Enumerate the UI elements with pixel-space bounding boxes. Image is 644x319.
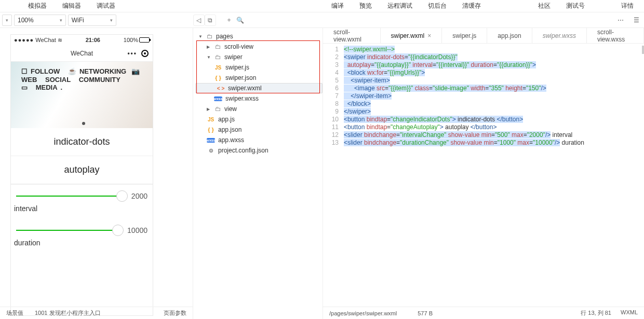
wxss-icon: wxss — [214, 96, 222, 101]
tree-folder-view[interactable]: ▶🗀view — [193, 104, 323, 114]
scene-label[interactable]: 场景值 — [6, 309, 23, 317]
wxss-icon: wxss — [207, 138, 215, 143]
folder-icon: 🗀 — [207, 33, 213, 40]
tab-app-json[interactable]: app.json — [487, 28, 532, 43]
search-icon[interactable]: 🔍 — [235, 15, 246, 26]
slider-knob[interactable] — [112, 225, 124, 236]
mute-icon[interactable]: ◁ — [193, 15, 205, 26]
folder-icon: 🗀 — [215, 53, 221, 61]
js-icon: JS — [207, 117, 215, 122]
file-path: /pages/swiper/swiper.wxml — [329, 310, 397, 316]
tab-swiper-wxml[interactable]: swiper.wxml× — [381, 28, 442, 43]
carrier-label: WeChat — [35, 37, 56, 43]
file-size: 577 B — [418, 310, 433, 316]
slider-knob[interactable] — [116, 190, 128, 202]
tree-file-app-wxss[interactable]: wxssapp.wxss — [193, 135, 323, 145]
phone-frame: ●●●●● WeChat ≋ 21:06 100% WeChat ••• ☐FO… — [10, 34, 153, 316]
tab-swiper-wxss[interactable]: swiper.wxss — [532, 28, 587, 43]
cursor-pos: 行 13, 列 81 — [581, 309, 611, 317]
caret-right-icon: ▶ — [207, 45, 212, 49]
line-gutter: 12345678910111213 — [323, 46, 344, 307]
tree-file-swiper-wxml[interactable]: < >swiper.wxml — [195, 83, 323, 93]
code-editor[interactable]: 12345678910111213 <!--swiper.wxml--> <sw… — [323, 44, 644, 307]
battery-pct: 100% — [124, 37, 138, 43]
scrollbar-hint — [642, 46, 644, 54]
interval-slider[interactable]: 2000 — [11, 185, 153, 201]
battery-icon — [139, 37, 150, 43]
menu-editor[interactable]: 编辑器 — [60, 0, 83, 12]
duration-label: duration — [11, 235, 153, 253]
page-title: WeChat — [71, 50, 93, 57]
tree-folder-swiper[interactable]: ▼🗀swiper — [193, 52, 323, 62]
folder-icon: 🗀 — [215, 105, 221, 113]
tab-swiper-js[interactable]: swiper.js — [442, 28, 487, 43]
top-menu: 模拟器 编辑器 调试器 编译 预览 远程调试 切后台 清缓存 社区 测试号 详情 — [0, 0, 644, 12]
menu-preview[interactable]: 预览 — [357, 0, 374, 12]
more-icon[interactable]: ⋯ — [615, 15, 626, 26]
capsule-menu-icon[interactable]: ••• — [127, 50, 137, 57]
scene-value: 1001 发现栏小程序主入口 — [35, 309, 101, 317]
menu-test-id[interactable]: 测试号 — [564, 0, 587, 12]
new-tab-icon[interactable]: ＋ — [223, 15, 235, 26]
indicator-dots-button[interactable]: indicator-dots — [11, 128, 153, 156]
zoom-select[interactable]: 100%▾ — [14, 15, 66, 26]
tab-scroll-view-wxml[interactable]: scroll-view.wxml — [323, 28, 381, 43]
folder-icon: 🗀 — [215, 43, 221, 50]
menu-clear-cache[interactable]: 清缓存 — [460, 0, 483, 12]
capsule-close-icon[interactable] — [141, 50, 149, 57]
tree-file-swiper-json[interactable]: { }swiper.json — [193, 73, 323, 83]
file-lang: WXML — [621, 309, 638, 317]
chevron-down-icon: ▾ — [60, 18, 62, 23]
editor-statusbar: /pages/swiper/swiper.wxml 577 B 行 13, 列 … — [323, 307, 644, 319]
menu-background[interactable]: 切后台 — [426, 0, 449, 12]
json-icon: { } — [214, 75, 222, 81]
zoom-value: 100% — [18, 17, 34, 24]
menu-compile[interactable]: 编译 — [329, 0, 346, 12]
status-bar: ●●●●● WeChat ≋ 21:06 100% — [11, 35, 153, 45]
chevron-down-icon: ▾ — [6, 18, 8, 23]
menu-simulator[interactable]: 模拟器 — [26, 0, 49, 12]
wxml-icon: < > — [217, 86, 225, 91]
indicator-dot — [82, 122, 85, 125]
swiper-image[interactable]: ☐FOLLOW ☕NETWORKING 📷 WEB SOCIAL COMMUNI… — [11, 62, 153, 128]
network-select[interactable]: WiFi▾ — [68, 15, 116, 26]
menu-details[interactable]: 详情 — [619, 0, 636, 12]
caret-down-icon: ▼ — [207, 55, 212, 60]
duration-slider[interactable]: 10000 — [11, 219, 153, 235]
layout-icon[interactable]: ☰ — [630, 15, 642, 26]
autoplay-button[interactable]: autoplay — [11, 156, 153, 185]
editor-tabs: scroll-view.wxml swiper.wxml× swiper.js … — [323, 28, 644, 44]
chevron-down-icon: ▾ — [110, 18, 113, 23]
detach-icon[interactable]: ⧉ — [205, 15, 216, 26]
wifi-icon: ≋ — [58, 37, 62, 44]
toolbar: ▾ 100%▾ WiFi▾ ◁ ⧉ ＋ 🔍 ⋯ ☰ — [0, 12, 644, 28]
tree-file-swiper-js[interactable]: JSswiper.js — [193, 62, 323, 73]
file-explorer: ▼🗀pages ▶🗀scroll-view ▼🗀swiper JSswiper.… — [193, 28, 323, 319]
tree-file-project-config[interactable]: ⚙project.config.json — [193, 145, 323, 156]
caret-down-icon: ▼ — [198, 34, 204, 39]
signal-icon: ●●●●● — [14, 37, 34, 43]
tree-file-app-js[interactable]: JSapp.js — [193, 114, 323, 124]
tree-folder-pages[interactable]: ▼🗀pages — [193, 31, 323, 41]
simulator-statusbar: 场景值 1001 发现栏小程序主入口 页面参数 — [0, 307, 193, 319]
menu-debugger[interactable]: 调试器 — [95, 0, 117, 12]
nav-bar: WeChat ••• — [11, 45, 153, 62]
device-select[interactable]: ▾ — [2, 15, 12, 26]
status-time: 21:06 — [86, 37, 100, 43]
code-content[interactable]: <!--swiper.wxml--> <swiper indicator-dot… — [344, 46, 644, 307]
tree-file-app-json[interactable]: { }app.json — [193, 124, 323, 135]
close-icon[interactable]: × — [427, 32, 431, 39]
tree-folder-scroll-view[interactable]: ▶🗀scroll-view — [193, 41, 323, 52]
menu-remote-debug[interactable]: 远程调试 — [385, 0, 414, 12]
editor-panel: scroll-view.wxml swiper.wxml× swiper.js … — [323, 28, 644, 319]
network-value: WiFi — [72, 17, 84, 24]
caret-right-icon: ▶ — [207, 107, 212, 112]
duration-value: 10000 — [127, 226, 147, 234]
json-icon: { } — [207, 127, 215, 133]
menu-community[interactable]: 社区 — [536, 0, 553, 12]
page-params[interactable]: 页面参数 — [164, 309, 186, 317]
tab-scroll-view-wxss[interactable]: scroll-view.wxss — [587, 28, 644, 43]
config-icon: ⚙ — [207, 148, 215, 154]
tree-file-swiper-wxss[interactable]: wxssswiper.wxss — [193, 93, 323, 104]
js-icon: JS — [214, 65, 222, 71]
